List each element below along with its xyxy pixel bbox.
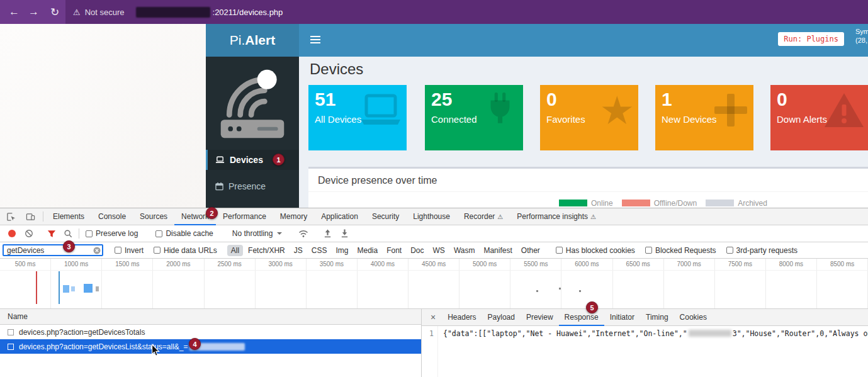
blocked-requests-checkbox[interactable]: Blocked Requests xyxy=(645,246,716,255)
tick-label: 5000 ms xyxy=(473,261,497,267)
filter-type-img[interactable]: Img xyxy=(332,245,352,256)
tab-security[interactable]: Security xyxy=(365,208,406,225)
record-button[interactable] xyxy=(8,230,16,237)
legend-item-offline[interactable]: Offline/Down xyxy=(622,199,697,208)
response-body[interactable]: 1 {"data":[["laptop","Net - Huawei","Int… xyxy=(422,326,868,377)
request-row-selected[interactable]: devices.php?action=getDevicesList&status… xyxy=(0,339,421,354)
checkbox[interactable] xyxy=(726,247,733,254)
filter-type-font[interactable]: Font xyxy=(383,245,405,256)
network-overview-timeline[interactable]: 500 ms 1000 ms 1500 ms 2000 ms 2500 ms 3… xyxy=(0,259,868,309)
tab-performance-insights[interactable]: Performance insights⚠ xyxy=(510,208,603,225)
legend-swatch xyxy=(559,200,587,206)
network-toolbar: Preserve log Disable cache No throttling xyxy=(0,225,868,242)
hamburger-menu-icon[interactable] xyxy=(310,36,320,45)
tab-cookies[interactable]: Cookies xyxy=(674,309,713,326)
tab-response[interactable]: Response xyxy=(559,309,604,326)
stat-favorites[interactable]: 0 Favorites ★ xyxy=(540,85,638,150)
filter-type-fetch-xhr[interactable]: Fetch/XHR xyxy=(244,245,289,256)
legend-item-online[interactable]: Online xyxy=(559,199,613,208)
tab-console[interactable]: Console xyxy=(91,208,133,225)
stat-down-alerts[interactable]: 0 Down Alerts xyxy=(770,85,868,150)
run-plugins-button[interactable]: Run: Plugins xyxy=(778,32,844,46)
stat-new-devices[interactable]: 1 New Devices xyxy=(655,85,753,150)
device-toolbar-icon[interactable] xyxy=(21,212,40,222)
not-secure-label: Not secure xyxy=(85,8,125,17)
close-icon[interactable]: × xyxy=(422,312,442,322)
tab-lighthouse[interactable]: Lighthouse xyxy=(406,208,457,225)
filter-input[interactable] xyxy=(3,244,103,256)
checkbox[interactable] xyxy=(86,230,93,237)
import-har-icon[interactable] xyxy=(324,229,332,238)
tab-timing[interactable]: Timing xyxy=(640,309,674,326)
filter-type-other[interactable]: Other xyxy=(517,245,544,256)
tick-label: 6500 ms xyxy=(626,261,650,267)
request-activity-bar xyxy=(96,286,99,291)
filter-type-wasm[interactable]: Wasm xyxy=(450,245,479,256)
tab-label: Memory xyxy=(280,212,307,221)
tab-elements[interactable]: Elements xyxy=(46,208,91,225)
filter-type-media[interactable]: Media xyxy=(353,245,381,256)
presence-panel: Device presence over time Online Offline… xyxy=(308,167,868,208)
throttling-dropdown[interactable]: No throttling xyxy=(232,229,283,238)
inspect-element-icon[interactable] xyxy=(0,212,21,222)
tab-performance[interactable]: Performance xyxy=(216,208,273,225)
clear-filter-icon[interactable] xyxy=(93,247,101,256)
timeline-column: 4000 ms xyxy=(358,259,409,308)
filter-type-doc[interactable]: Doc xyxy=(407,245,427,256)
tick-label: 7500 ms xyxy=(728,261,752,267)
tab-preview[interactable]: Preview xyxy=(521,309,559,326)
filter-type-manifest[interactable]: Manifest xyxy=(480,245,516,256)
tab-memory[interactable]: Memory xyxy=(273,208,314,225)
tab-sources[interactable]: Sources xyxy=(133,208,174,225)
tab-payload[interactable]: Payload xyxy=(482,309,521,326)
request-file-icon xyxy=(8,329,14,335)
checkbox[interactable] xyxy=(154,247,161,254)
has-blocked-cookies-checkbox[interactable]: Has blocked cookies xyxy=(556,246,635,255)
sidebar-item-devices[interactable]: Devices xyxy=(206,150,299,170)
clear-icon[interactable] xyxy=(25,229,33,238)
devices-laptop-icon xyxy=(215,155,225,164)
search-icon[interactable] xyxy=(64,229,72,238)
request-row[interactable]: devices.php?action=getDevicesTotals xyxy=(0,325,421,339)
back-icon[interactable]: ← xyxy=(9,6,20,18)
export-har-icon[interactable] xyxy=(341,229,349,238)
checkbox[interactable] xyxy=(155,230,162,237)
filter-type-css[interactable]: CSS xyxy=(308,245,331,256)
tab-initiator[interactable]: Initiator xyxy=(604,309,640,326)
filter-type-all[interactable]: All xyxy=(227,245,243,256)
checkbox[interactable] xyxy=(556,247,563,254)
request-list-header[interactable]: Name xyxy=(0,309,421,325)
stat-all-devices[interactable]: 51 All Devices xyxy=(308,85,407,150)
filter-type-ws[interactable]: WS xyxy=(429,245,449,256)
presence-calendar-icon xyxy=(215,182,223,191)
network-conditions-wifi-icon[interactable] xyxy=(298,230,308,238)
filter-type-js[interactable]: JS xyxy=(290,245,307,256)
app-logo[interactable]: Pi.Alert xyxy=(206,24,299,57)
stat-connected[interactable]: 25 Connected xyxy=(425,85,523,150)
page-title: Devices xyxy=(310,60,363,78)
tab-application[interactable]: Application xyxy=(314,208,365,225)
forward-icon[interactable]: → xyxy=(28,6,39,18)
hide-data-urls-checkbox[interactable]: Hide data URLs xyxy=(154,246,217,255)
logo-prefix: Pi. xyxy=(230,33,245,48)
sidebar-item-presence[interactable]: Presence xyxy=(206,176,299,196)
response-text-suffix: 3","House","Router",0,"Always on" xyxy=(733,329,868,338)
disable-cache-checkbox[interactable]: Disable cache xyxy=(155,229,213,238)
address-bar[interactable]: ⚠ Not secure :20211/devices.php xyxy=(65,0,868,24)
checkbox[interactable] xyxy=(115,247,121,254)
legend-swatch xyxy=(622,200,650,206)
timeline-column: 6000 ms xyxy=(561,259,612,308)
devtools-tab-bar: Elements Console Sources Network Perform… xyxy=(0,208,868,225)
tab-headers[interactable]: Headers xyxy=(442,309,482,326)
filter-icon[interactable] xyxy=(47,230,56,238)
invert-checkbox[interactable]: Invert xyxy=(115,246,144,255)
tab-recorder[interactable]: Recorder⚠ xyxy=(457,208,510,225)
checkbox-label: Invert xyxy=(125,246,144,255)
experiment-icon: ⚠ xyxy=(590,213,596,220)
preserve-log-checkbox[interactable]: Preserve log xyxy=(86,229,138,238)
legend-item-archived[interactable]: Archived xyxy=(706,199,767,208)
checkbox[interactable] xyxy=(645,247,652,254)
third-party-requests-checkbox[interactable]: 3rd-party requests xyxy=(726,246,798,255)
reload-icon[interactable]: ↻ xyxy=(50,6,59,19)
name-column-header: Name xyxy=(8,312,28,321)
